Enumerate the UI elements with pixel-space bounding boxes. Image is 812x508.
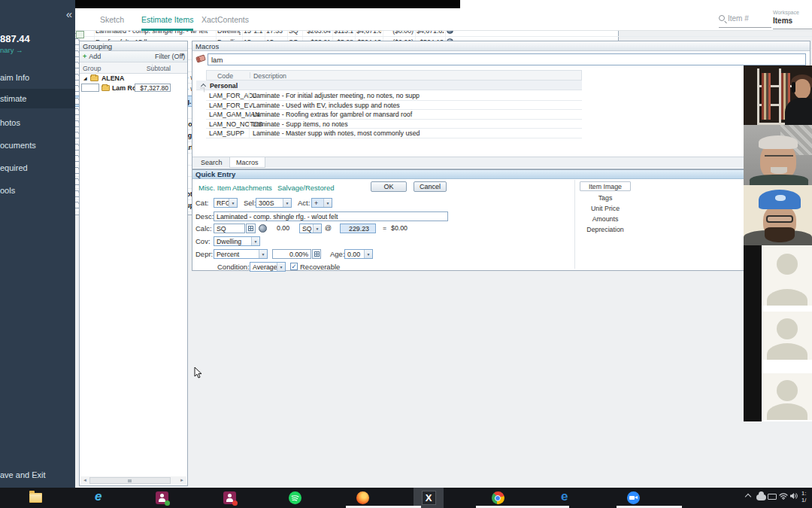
macro-row-lam_gam_man[interactable]: LAM_GAM_MANLaminate - Roofing extras for… [206,110,582,120]
tray-display-icon[interactable] [768,492,777,498]
participant-avatar-1[interactable] [762,245,812,306]
recoverable-checkbox[interactable] [290,263,298,270]
sel-label: Sel: [244,199,256,207]
sidebar-item-save-and-exit[interactable]: ave and Exit [0,465,75,485]
remote-app-icon [156,491,168,504]
filter-dropdown-icon[interactable] [180,53,185,57]
unit-price-input[interactable]: 229.23 [340,224,376,233]
dropdown-icon[interactable] [229,199,237,207]
scrollbar-thumb[interactable] [89,477,171,484]
edge-icon [559,491,572,505]
participant-man-blue-cap[interactable] [744,185,812,245]
dropdown-icon[interactable] [313,224,321,233]
zoom-icon [627,491,640,504]
participant-avatar-2[interactable] [762,312,812,360]
sidebar-item-ocuments[interactable]: ocuments [0,135,75,155]
depreciation-type-combo[interactable]: Percent [214,249,268,259]
sidebar-item-aim-info[interactable]: aim Info [0,68,75,87]
age-label: Age: [330,250,345,258]
participant-avatar-3[interactable] [762,373,812,420]
sidebar-collapse-icon[interactable] [66,8,71,20]
side-tab-unit-price[interactable]: Unit Price [580,204,631,214]
taskbar-button-spotify[interactable] [280,488,310,508]
dropdown-icon[interactable] [259,250,267,258]
macro-group-personal[interactable]: Personal [196,81,582,90]
dropdown-icon[interactable] [364,250,372,258]
tray-volume-icon[interactable] [789,492,798,501]
dropdown-icon[interactable] [277,263,285,271]
coverage-combo[interactable]: Dwelling [214,236,260,246]
tray-wifi-icon[interactable] [779,492,788,501]
participant-woman-bookshelf[interactable] [744,65,812,125]
column-subtotal[interactable]: Subtotal [147,65,171,72]
document-icon[interactable] [76,31,84,38]
cat-combo[interactable]: RFG [214,198,238,208]
macros-tab-macros[interactable]: Macros [229,157,265,168]
summary-link[interactable]: nary → [0,46,23,54]
link-salvage-restored[interactable]: Salvage/Restored [277,184,335,192]
tab-sketch[interactable]: Sketch [100,15,124,29]
macro-row-lam_for_adj[interactable]: LAM_FOR_ADJLaminate - For initial adjust… [206,91,582,101]
sel-combo[interactable]: 300S [256,198,292,208]
act-combo[interactable]: + [311,198,332,208]
desc-input[interactable]: Laminated - comp. shingle rfg. - w/out f… [214,211,448,221]
taskbar-button-internet-explorer[interactable] [84,488,114,508]
tab-xactcontents[interactable]: XactContents [201,15,249,29]
collapse-chevron-icon[interactable] [201,84,206,89]
side-tab-depreciation[interactable]: Depreciation [580,225,631,235]
group-row-alena[interactable]: ALENA [80,73,187,83]
dropdown-icon[interactable] [323,199,332,207]
workspace-selector[interactable]: Workspace Items [773,10,812,29]
link-attachments[interactable]: Attachments [232,184,272,192]
condition-label: Condition: [217,263,250,271]
calculator-icon[interactable] [246,224,256,233]
taskbar-window-indicator [476,506,569,508]
calc-label: Calc: [195,224,212,233]
column-code[interactable]: Code [217,72,233,80]
condition-combo[interactable]: Average [250,262,286,272]
depreciation-pct-input[interactable]: 0.00% [272,249,311,259]
participant-older-man[interactable] [744,125,812,185]
scroll-right-icon[interactable] [180,478,184,482]
macro-search-input[interactable]: lam [208,53,806,65]
tray-onedrive-cloud-icon[interactable] [756,492,766,498]
macro-row-lam_supp[interactable]: LAM_SUPPLaminate - Master supp with note… [206,129,582,138]
sidebar-item-equired[interactable]: equired [0,158,75,178]
calculator-icon[interactable] [312,249,321,259]
sidebar-item-hotos[interactable]: hotos [0,113,75,132]
age-combo[interactable]: 0.00 [344,249,373,259]
calc-unit-combo[interactable]: SQ [299,224,322,233]
sidebar-item-ools[interactable]: ools [0,181,75,200]
sidebar-item-stimate[interactable]: stimate [0,89,75,108]
macro-row-lam_for_ev[interactable]: LAM_FOR_EVLaminate - Used with EV, inclu… [206,101,582,111]
dropdown-icon[interactable] [283,199,291,207]
taskbar-button-remote-app-red-badge[interactable] [214,488,244,508]
taskbar-clock[interactable]: 1: 1/ [801,490,806,503]
taskbar-button-remote-app-green-badge[interactable] [147,488,177,508]
add-group-button[interactable]: +Add [83,53,101,60]
macro-row-lam_no_notes[interactable]: LAM_NO_NOTESLaminate - Supp items, no no… [206,120,582,129]
tree-expander-icon[interactable] [83,75,87,81]
group-edit-box[interactable] [81,84,99,92]
ok-button[interactable]: OK [371,181,407,192]
tray-chevron-up-icon[interactable] [745,492,751,498]
scroll-left-icon[interactable] [83,478,87,482]
side-tab-tags[interactable]: Tags [580,193,631,203]
macro-code: LAM_FOR_EV [209,102,253,109]
calc-input[interactable]: SQ [214,224,245,233]
column-description[interactable]: Description [253,72,286,80]
link-misc-item[interactable]: Misc. Item [198,184,231,192]
grouping-horizontal-scrollbar[interactable] [80,476,186,485]
eraser-icon[interactable] [195,54,206,62]
side-tab-amounts[interactable]: Amounts [580,214,631,224]
graph-sphere-icon[interactable] [259,224,267,233]
tab-estimate-items[interactable]: Estimate Items [141,15,193,31]
column-group[interactable]: Group [83,65,101,72]
side-tab-item-image[interactable]: Item Image [580,181,631,191]
taskbar-button-file-explorer[interactable] [20,488,50,508]
group-row-lam-roof[interactable]: Lam Roof $7,327.80 [80,83,187,93]
macros-tab-search[interactable]: Search [195,157,229,168]
dropdown-icon[interactable] [251,237,259,245]
cancel-button[interactable]: Cancel [414,181,447,192]
item-number-search[interactable]: Item # [719,14,771,28]
